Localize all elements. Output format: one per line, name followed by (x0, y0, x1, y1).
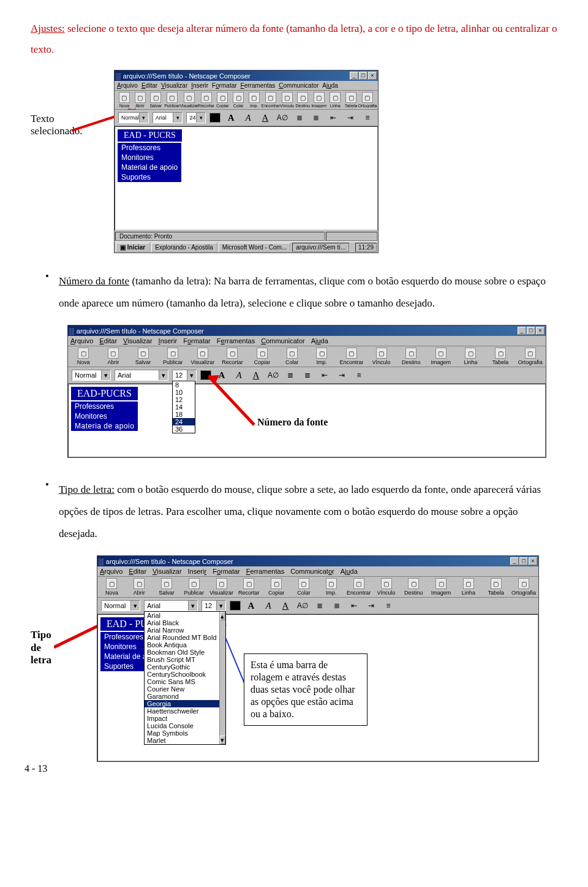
font-option[interactable]: Bookman Old Style (145, 649, 219, 656)
indent-button[interactable]: ⇥ (344, 112, 357, 124)
maximize-button[interactable]: □ (527, 327, 535, 335)
toolbar-button[interactable]: ▢Tabela (344, 92, 358, 108)
italic-button[interactable]: A (262, 600, 275, 612)
toolbar-button[interactable]: ▢Visualizar (181, 92, 197, 108)
font-select[interactable]: Arial▾ (153, 112, 183, 123)
font-option[interactable]: Comic Sans MS (145, 678, 219, 685)
toolbar-button[interactable]: ▢Destino (295, 92, 310, 108)
underline-button[interactable]: A (279, 600, 292, 612)
align-button[interactable]: ≡ (382, 600, 395, 612)
toolbar-button[interactable]: ▢Destino (402, 578, 426, 596)
size-dropdown[interactable]: 8101214182436 (172, 381, 195, 433)
toolbar-button[interactable]: ▢Copiar (216, 92, 230, 108)
toolbar-button[interactable]: ▢Visualizar (190, 348, 216, 365)
maximize-button[interactable]: □ (519, 557, 528, 565)
toolbar-button[interactable]: ▢Linha (456, 578, 480, 596)
toolbar-button[interactable]: ▢Encontrar (339, 348, 365, 365)
list-ul-button[interactable]: ≣ (284, 369, 297, 381)
toolbar-button[interactable]: ▢Recortar (237, 578, 261, 596)
size-option[interactable]: 36 (173, 425, 195, 433)
size-option[interactable]: 24 (173, 418, 195, 425)
toolbar-button[interactable]: ▢Encontrar (263, 92, 279, 108)
style-select[interactable]: Normal▾ (72, 370, 111, 381)
font-option[interactable]: Arial Black (145, 619, 219, 626)
font-option[interactable]: CenturyGothic (145, 663, 219, 671)
size-option[interactable]: 8 (173, 381, 195, 389)
toolbar-button[interactable]: ▢Imagem (428, 348, 454, 365)
toolbar-button[interactable]: ▢Visualizar (209, 578, 233, 596)
menu-ajuda[interactable]: Ajuda (322, 82, 338, 89)
menu-ferramentas[interactable]: Ferramentas (241, 82, 276, 89)
indent-button[interactable]: ⇥ (364, 600, 378, 612)
size-select-open[interactable]: 12▾ 8101214182436 (172, 370, 197, 381)
list-ol-button[interactable]: ≣ (310, 112, 323, 124)
toolbar-button[interactable]: ▢Publicar (160, 348, 186, 365)
outdent-button[interactable]: ⇤ (347, 600, 361, 612)
toolbar-button[interactable]: ▢Imp. (247, 92, 262, 108)
font-option[interactable]: Garamond (145, 693, 219, 700)
align-button[interactable]: ≡ (361, 112, 374, 124)
style-select[interactable]: Normal▾ (118, 112, 149, 123)
font-option[interactable]: CenturySchoolbook (145, 671, 219, 678)
toolbar-button[interactable]: ▢Colar (231, 92, 246, 108)
toolbar-button[interactable]: ▢Tabela (484, 578, 508, 596)
taskbar-item[interactable]: arquivo:///Sem tí... (292, 243, 349, 252)
minimize-button[interactable]: _ (518, 327, 526, 335)
font-option[interactable]: Map Symbols (145, 729, 219, 737)
toolbar-button[interactable]: ▢Salvar (148, 92, 163, 108)
font-option[interactable]: Impact (145, 715, 219, 722)
font-dropdown[interactable]: ArialArial BlackArial NarrowArial Rounde… (144, 611, 226, 745)
toolbar-button[interactable]: ▢Colar (279, 348, 305, 365)
bold-button[interactable]: A (215, 369, 228, 381)
scroll-down-icon[interactable]: ▾ (220, 736, 225, 744)
font-select[interactable]: Arial▾ (115, 370, 168, 381)
toolbar-button[interactable]: ▢Copiar (249, 348, 276, 365)
font-option[interactable]: Lucida Console (145, 722, 219, 729)
toolbar-button[interactable]: ▢Nova (117, 92, 132, 108)
font-option[interactable]: Georgia (145, 700, 219, 707)
start-button[interactable]: ▣ Iniciar (116, 243, 149, 252)
menu-formatar[interactable]: Formatar (212, 82, 237, 89)
color-picker[interactable] (200, 370, 211, 380)
toolbar-button[interactable]: ▢Colar (292, 578, 316, 596)
italic-button[interactable]: A (232, 369, 246, 381)
toolbar-button[interactable]: ▢Salvar (155, 578, 179, 596)
toolbar-button[interactable]: ▢Imp. (309, 348, 335, 365)
toolbar-button[interactable]: ▢Recortar (219, 348, 246, 365)
italic-button[interactable]: A (241, 112, 255, 124)
list-ul-button[interactable]: ≣ (293, 112, 306, 124)
toolbar-button[interactable]: ▢Imagem (429, 578, 453, 596)
underline-button[interactable]: A (258, 112, 272, 124)
clear-fmt-button[interactable]: A∅ (296, 600, 309, 612)
toolbar-button[interactable]: ▢Ortografia (517, 348, 543, 365)
toolbar-button[interactable]: ▢Publicar (182, 578, 206, 596)
editor-canvas[interactable]: EAD - PUCRS Professores Monitores Materi… (115, 126, 378, 230)
toolbar-button[interactable]: ▢Linha (328, 92, 342, 108)
scrollbar[interactable]: ▴ ▾ (219, 612, 225, 744)
underline-button[interactable]: A (249, 369, 263, 381)
close-button[interactable]: × (529, 557, 537, 565)
toolbar-button[interactable]: ▢Abrir (100, 348, 127, 365)
toolbar-button[interactable]: ▢Abrir (133, 92, 148, 108)
toolbar-button[interactable]: ▢Imp. (319, 578, 343, 596)
toolbar-button[interactable]: ▢Tabela (488, 348, 514, 365)
font-option[interactable]: Haettenschweiler (145, 707, 219, 715)
toolbar-button[interactable]: ▢Vínculo (374, 578, 398, 596)
list-ol-button[interactable]: ≣ (330, 600, 344, 612)
size-option[interactable]: 18 (173, 411, 195, 418)
toolbar-button[interactable]: ▢Destino (398, 348, 424, 365)
toolbar-button[interactable]: ▢Recortar (198, 92, 214, 108)
toolbar-button[interactable]: ▢Abrir (127, 578, 151, 596)
menu-inserir[interactable]: Inserir (191, 82, 208, 89)
minimize-button[interactable]: _ (510, 557, 519, 565)
font-option[interactable]: Arial Narrow (145, 626, 219, 634)
list-ol-button[interactable]: ≣ (301, 369, 314, 381)
color-picker[interactable] (230, 601, 241, 611)
font-option[interactable]: Brush Script MT (145, 656, 219, 663)
clear-fmt-button[interactable]: A∅ (266, 369, 280, 381)
toolbar-button[interactable]: ▢Salvar (130, 348, 156, 365)
menu-editar[interactable]: Editar (141, 82, 157, 89)
toolbar-button[interactable]: ▢Ortografia (511, 578, 536, 596)
bold-button[interactable]: A (244, 600, 258, 612)
font-option[interactable]: Book Antiqua (145, 641, 219, 649)
